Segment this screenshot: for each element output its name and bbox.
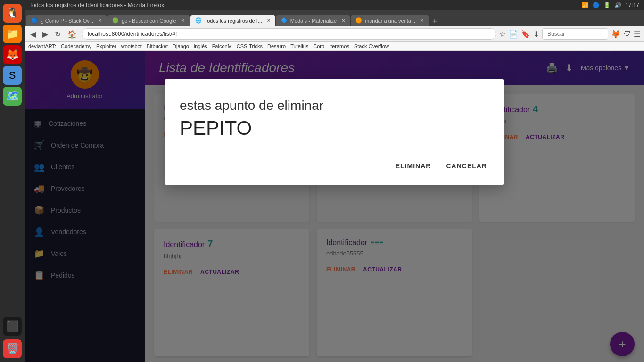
download-icon[interactable]: ⬇ <box>533 30 539 39</box>
tab-close-1[interactable]: ✕ <box>98 18 102 23</box>
ubuntu-dock: 🐧 📁 🦊 S 🗺️ ⬛ 🗑️ <box>0 0 25 362</box>
modal-actions: ELIMINAR CANCELAR <box>180 158 489 173</box>
dock-terminal[interactable]: ⬛ <box>3 317 22 336</box>
dock-trash[interactable]: 🗑️ <box>3 339 22 358</box>
tab-favicon: 🔷 <box>281 17 288 24</box>
battery-icon: 🔋 <box>603 2 611 8</box>
modal-message: estas apunto de eliminar <box>180 98 489 113</box>
tab-favicon: 🟢 <box>112 17 119 24</box>
tab-favicon: 🔵 <box>31 17 38 24</box>
dock-app1[interactable]: S <box>3 66 22 85</box>
bookmark-django[interactable]: Django <box>173 43 189 49</box>
modal-eliminar-button[interactable]: ELIMINAR <box>394 158 433 173</box>
forward-button[interactable]: ▶ <box>41 29 50 40</box>
bookmark-corp[interactable]: Corp <box>313 43 324 49</box>
tab-close-2[interactable]: ✕ <box>181 18 185 23</box>
bluetooth-icon: 🔵 <box>593 2 600 8</box>
wifi-icon: 📶 <box>582 2 589 8</box>
volume-icon: 🔊 <box>614 2 621 8</box>
bookmark-exploiter[interactable]: Exploiter <box>96 43 116 49</box>
tab-label: mandar a una venta... <box>365 18 415 24</box>
clock: 17:17 <box>625 2 639 8</box>
tab-close-3[interactable]: ✕ <box>267 18 271 23</box>
tab-close-4[interactable]: ✕ <box>341 18 345 23</box>
browser-titlebar: Todos los registros de Identificadores -… <box>25 0 644 10</box>
tab-3-active[interactable]: 🌐 Todos los registros de I... ✕ <box>190 15 275 26</box>
modal-overlay: estas apunto de eliminar PEPITO ELIMINAR… <box>25 51 644 362</box>
dock-browser[interactable]: 🦊 <box>3 45 22 64</box>
dock-maps[interactable]: 🗺️ <box>3 87 22 106</box>
tab-1[interactable]: 🔵 ¿ Como P - Stack Ov... ✕ <box>26 15 107 26</box>
address-bar-container: ◀ ▶ ↻ 🏠 ☆ 📄 🔖 ⬇ 🦊 🛡 ☰ <box>25 26 644 42</box>
tab-close-5[interactable]: ✕ <box>420 18 424 23</box>
bookmarks-bar: deviantART: Codecademy Exploiter wootsbo… <box>25 42 644 51</box>
app-container: 🤠 Administrator ▦ Cotizaciones 🛒 Orden d… <box>25 51 644 362</box>
bookmark-tutellus[interactable]: Tutellus <box>290 43 308 49</box>
tab-favicon: 🌐 <box>195 17 202 24</box>
tab-label: Modals - Materialize <box>290 18 337 24</box>
reload-button[interactable]: ↻ <box>53 29 63 40</box>
tab-label: go - Buscar con Google <box>122 18 176 24</box>
bookmark-iteramos[interactable]: Iteramos <box>329 43 349 49</box>
bookmark-codecademy[interactable]: Codecademy <box>61 43 91 49</box>
reader-icon[interactable]: 📄 <box>509 30 518 39</box>
browser-tabs: 🔵 ¿ Como P - Stack Ov... ✕ 🟢 go - Buscar… <box>25 10 644 26</box>
bookmark-deviantart[interactable]: deviantART: <box>28 43 56 49</box>
browser-title: Todos los registros de Identificadores -… <box>29 2 164 8</box>
star-icon[interactable]: ☆ <box>499 30 506 39</box>
modal-item-name: PEPITO <box>180 117 489 140</box>
home-button[interactable]: 🏠 <box>66 29 79 40</box>
bookmark-csstricks[interactable]: CSS-Tricks <box>237 43 263 49</box>
tab-4[interactable]: 🔷 Modals - Materialize ✕ <box>276 15 350 26</box>
bookmark-ingles[interactable]: inglés <box>194 43 207 49</box>
firefox-icon: 🦊 <box>611 30 620 39</box>
back-button[interactable]: ◀ <box>28 29 38 40</box>
menu-icon[interactable]: ☰ <box>634 30 640 39</box>
adblock-icon[interactable]: 🛡 <box>623 30 631 38</box>
tab-label: Todos los registros de I... <box>205 18 262 24</box>
bookmark-falconm[interactable]: FalconM <box>212 43 232 49</box>
confirm-delete-modal: estas apunto de eliminar PEPITO ELIMINAR… <box>165 79 504 185</box>
bookmark-wootsbot[interactable]: wootsbot <box>121 43 142 49</box>
search-input[interactable] <box>542 28 608 40</box>
address-input[interactable] <box>82 28 496 40</box>
dock-files[interactable]: 📁 <box>3 25 22 43</box>
tab-favicon: 🟠 <box>355 17 362 24</box>
dock-ubuntu[interactable]: 🐧 <box>3 4 22 23</box>
bookmark-desarro[interactable]: Desarro <box>267 43 286 49</box>
tab-label: ¿ Como P - Stack Ov... <box>41 18 93 24</box>
bookmark-stackoverflow[interactable]: Stack Overflow <box>354 43 389 49</box>
tab-5[interactable]: 🟠 mandar a una venta... ✕ <box>351 15 429 26</box>
bookmark-bitbucket[interactable]: Bitbucket <box>147 43 168 49</box>
bookmark-icon[interactable]: 🔖 <box>521 30 530 39</box>
modal-cancelar-button[interactable]: CANCELAR <box>444 158 489 173</box>
new-tab-button[interactable]: + <box>429 16 440 26</box>
tab-2[interactable]: 🟢 go - Buscar con Google ✕ <box>107 15 190 26</box>
